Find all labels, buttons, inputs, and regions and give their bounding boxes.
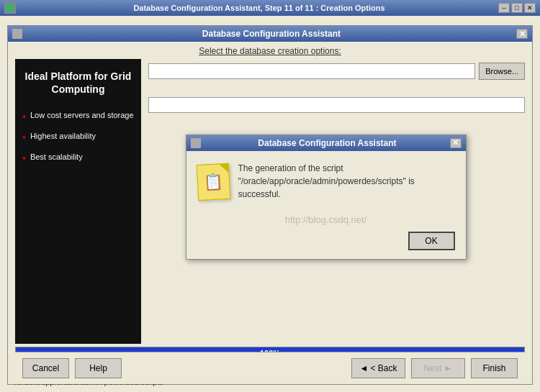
- left-panel-title: Ideal Platform for Grid Computing: [22, 70, 134, 96]
- note-fold: [219, 163, 228, 173]
- cancel-button[interactable]: Cancel: [22, 358, 69, 378]
- window-title: Database Configuration Assistant, Step 1…: [20, 4, 498, 12]
- inner-dialog-title-text: Database Configuration Assistant: [205, 138, 450, 148]
- bullet-icon: •: [22, 152, 26, 164]
- hint-text: Select the database creation options:: [8, 42, 532, 59]
- inner-dialog-titlebar: Database Configuration Assistant ✕: [186, 135, 466, 151]
- message-line1: The generation of the script: [238, 162, 415, 175]
- back-arrow-icon: ◄: [360, 363, 369, 373]
- inner-dialog-icon: [191, 138, 201, 148]
- bottom-toolbar: Cancel Help ◄ < Back Next ► Finish: [15, 352, 525, 384]
- next-label: Next: [424, 363, 442, 373]
- item-label-2: Highest availability: [30, 131, 96, 141]
- outer-dialog-title-text: Database Configuration Assistant: [27, 29, 516, 39]
- input-row: Browse...: [148, 63, 525, 80]
- window-controls: – □ ✕: [498, 3, 536, 13]
- inner-dialog-footer: OK: [186, 228, 466, 259]
- next-arrow-icon: ►: [444, 363, 452, 373]
- secondary-input[interactable]: [148, 97, 525, 113]
- outer-dialog-close-button[interactable]: ✕: [516, 29, 528, 39]
- inner-dialog-close-button[interactable]: ✕: [450, 138, 462, 148]
- path-input[interactable]: [148, 63, 475, 79]
- title-bar: Database Configuration Assistant, Step 1…: [0, 0, 540, 16]
- bullet-icon: •: [22, 111, 26, 122]
- bullet-icon: •: [22, 132, 26, 143]
- note-icon: 📋: [196, 163, 230, 200]
- outer-dialog-icon: [12, 29, 22, 39]
- list-item: • Low cost servers and storage: [22, 110, 134, 122]
- back-label: < Back: [370, 363, 397, 373]
- minimize-button[interactable]: –: [498, 3, 510, 13]
- message-line2: "/oracle/app/oracle/admin/powerdes/scrip…: [238, 175, 415, 188]
- inner-dialog: Database Configuration Assistant ✕ 📋 The…: [186, 135, 467, 260]
- outer-dialog-titlebar: Database Configuration Assistant ✕: [8, 26, 532, 42]
- item-label-1: Low cost servers and storage: [30, 110, 134, 120]
- list-item: • Highest availability: [22, 131, 134, 143]
- maximize-button[interactable]: □: [511, 3, 523, 13]
- svg-rect-0: [6, 4, 14, 12]
- list-item: • Best scalability: [22, 152, 134, 164]
- ok-button[interactable]: OK: [408, 232, 455, 250]
- help-button[interactable]: Help: [75, 358, 122, 378]
- app-icon: [4, 2, 16, 14]
- message-line3: successful.: [238, 188, 415, 201]
- close-button[interactable]: ✕: [524, 3, 536, 13]
- inner-dialog-body: 📋 The generation of the script "/oracle/…: [186, 151, 466, 211]
- browse-button[interactable]: Browse...: [479, 63, 525, 80]
- watermark: http://blog.csdq.net/: [186, 211, 466, 228]
- finish-button[interactable]: Finish: [471, 358, 518, 378]
- item-label-3: Best scalability: [30, 152, 83, 162]
- back-button[interactable]: ◄ < Back: [351, 358, 405, 378]
- next-button[interactable]: Next ►: [411, 358, 465, 378]
- inner-dialog-message: The generation of the script "/oracle/ap…: [238, 162, 415, 201]
- left-panel: Ideal Platform for Grid Computing • Low …: [15, 59, 141, 344]
